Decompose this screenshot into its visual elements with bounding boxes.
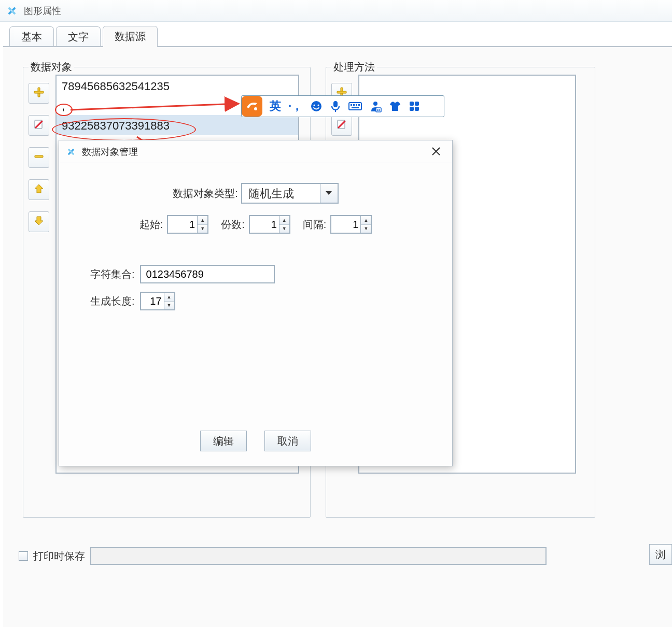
window-title: 图形属性 [24,5,61,17]
svg-rect-22 [352,107,359,108]
spin-up-icon[interactable]: ▲ [279,216,289,225]
copies-label: 份数: [221,218,245,232]
edit-method-button[interactable] [331,115,352,136]
list-item-selected[interactable]: 93225837073391883 [57,115,298,135]
plus-icon [33,87,45,100]
svg-rect-5 [34,91,44,93]
svg-rect-28 [410,107,414,111]
svg-rect-0 [11,7,16,11]
spin-down-icon[interactable]: ▼ [164,302,174,310]
spin-up-icon[interactable]: ▲ [164,293,174,302]
start-label: 起始: [139,218,163,232]
svg-point-12 [311,101,321,111]
chevron-down-icon [320,184,338,203]
pencil-doc-icon [335,118,348,133]
add-button[interactable] [29,83,49,104]
type-select[interactable]: 随机生成 [241,183,339,204]
app-icon [5,4,19,18]
grid-icon[interactable] [409,101,420,112]
tab-strip: 基本 文字 数据源 [9,27,160,47]
tab-text[interactable]: 文字 [56,26,101,47]
svg-rect-19 [353,104,355,106]
tab-datasource[interactable]: 数据源 [103,26,158,47]
ime-punctuation-toggle[interactable]: ·， [288,98,303,114]
arrow-up-icon [34,183,44,196]
person-icon[interactable]: 15 [369,100,382,112]
svg-rect-2 [8,7,12,11]
spin-down-icon[interactable]: ▼ [361,225,371,233]
data-object-dialog: 数据对象管理 数据对象类型: 随机生成 起始: ▲▼ [59,140,453,466]
dialog-footer: 编辑 取消 [59,431,452,451]
ime-lang-toggle[interactable]: 英 [270,98,281,114]
svg-text:15: 15 [377,108,381,111]
cancel-button[interactable]: 取消 [264,431,311,451]
pencil-icon [33,118,45,133]
svg-rect-20 [356,104,357,106]
svg-rect-15 [333,101,338,107]
svg-rect-7 [35,155,43,158]
edit-button[interactable] [29,115,49,136]
browse-button[interactable]: 浏 [649,544,672,565]
keyboard-icon[interactable] [348,101,362,111]
length-label: 生成长度: [90,294,135,308]
save-path-input[interactable] [90,547,547,565]
save-on-print-label: 打印时保存 [33,549,85,563]
svg-point-11 [254,107,257,110]
start-input[interactable] [168,216,197,233]
svg-rect-17 [349,103,361,110]
length-input[interactable] [141,293,164,309]
move-up-button[interactable] [29,179,49,200]
interval-spinner[interactable]: ▲▼ [330,215,372,234]
remove-button[interactable] [29,147,49,168]
footer-row: 打印时保存 [19,547,547,565]
charset-input[interactable] [140,265,275,283]
copies-input[interactable] [250,216,279,233]
microphone-icon[interactable] [330,100,341,112]
svg-rect-35 [71,151,74,155]
group-process-method-label: 处理方法 [331,60,377,74]
move-down-button[interactable] [29,211,49,232]
charset-label: 字符集合: [90,267,135,281]
arrow-down-icon [34,216,44,228]
title-bar: 图形属性 [0,0,672,22]
svg-point-14 [318,104,319,106]
svg-rect-32 [71,148,74,152]
spin-up-icon[interactable]: ▲ [198,216,207,225]
dialog-close-button[interactable] [426,141,446,162]
group-data-object-label: 数据对象 [29,60,74,74]
save-on-print-checkbox[interactable] [19,551,28,561]
spin-up-icon[interactable]: ▲ [361,216,371,225]
svg-rect-33 [68,151,72,155]
minus-icon [34,151,44,164]
svg-rect-3 [11,10,16,15]
dialog-icon [65,146,77,158]
svg-rect-29 [415,107,419,111]
svg-rect-1 [8,10,12,15]
length-spinner[interactable]: ▲▼ [140,292,175,310]
svg-rect-27 [415,102,419,106]
type-label: 数据对象类型: [173,187,238,201]
svg-rect-9 [337,91,346,93]
interval-input[interactable] [331,216,360,233]
interval-label: 间隔: [303,218,327,232]
start-spinner[interactable]: ▲▼ [167,215,208,234]
copies-spinner[interactable]: ▲▼ [249,215,290,234]
data-side-buttons [29,83,51,232]
svg-rect-18 [351,104,352,106]
svg-point-23 [373,102,377,106]
edit-confirm-button[interactable]: 编辑 [200,431,247,451]
emoji-icon[interactable] [310,100,323,112]
ime-logo-icon[interactable] [242,96,262,117]
spin-down-icon[interactable]: ▼ [279,225,289,233]
close-icon [431,147,441,156]
dialog-body: 数据对象类型: 随机生成 起始: ▲▼ 份数: ▲▼ [59,163,452,329]
list-item[interactable]: 78945685632541235 [57,76,298,95]
spin-down-icon[interactable]: ▼ [198,225,207,233]
svg-rect-26 [410,102,414,106]
dialog-header: 数据对象管理 [59,140,452,163]
ime-toolbar[interactable]: 英 ·， 15 [241,95,444,117]
tab-basic[interactable]: 基本 [9,26,54,47]
svg-point-13 [314,104,315,106]
svg-rect-21 [358,104,360,106]
tshirt-icon[interactable] [389,101,401,112]
